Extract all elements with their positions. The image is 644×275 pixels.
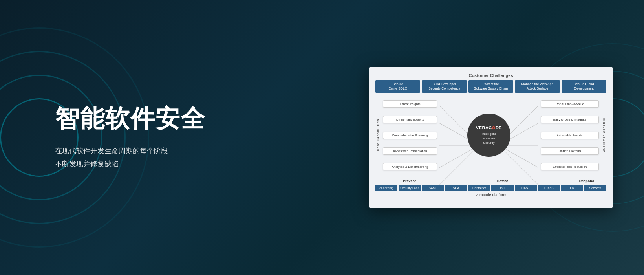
challenge-2: Protect theSoftware Supply Chain — [468, 80, 513, 93]
challenge-3: Manage the Web AppAttack Surface — [515, 80, 560, 93]
capability-ai-remediation: AI-assisted Remediation — [383, 147, 437, 155]
phase-prevent-header: Prevent — [381, 178, 438, 185]
benefit-easy-use: Easy to Use & Integrate — [541, 116, 599, 123]
platform-container: Container — [468, 185, 490, 191]
challenge-0: SecureEntire SDLC — [375, 80, 420, 93]
veracode-logo: VERACODE — [476, 125, 502, 130]
logo-accent: O — [492, 125, 496, 130]
platform-footer-label: Veracode Platform — [375, 193, 606, 197]
challenges-header: Customer Challenges — [375, 73, 606, 78]
benefit-actionable: Actionable Results — [541, 132, 599, 139]
capabilities-column: Threat Insights On-demand Experts Compre… — [381, 96, 439, 174]
center-area: VERACODE Intelligent Software Security — [439, 96, 538, 174]
benefit-rapid-time: Rapid Time-to-Value — [541, 100, 599, 108]
diagram-body: Core Capabilities Threat Insights On-dem… — [375, 96, 606, 174]
circle-center-text: Intelligent Software Security — [482, 132, 496, 145]
platform-security-labs: Security Labs — [399, 185, 421, 191]
hero-title: 智能软件安全 — [55, 105, 206, 132]
hero-content: 智能软件安全 在现代软件开发生命周期的每个阶段 不断发现并修复缺陷 — [55, 105, 206, 170]
benefit-unified: Unified Platform — [541, 147, 599, 155]
platform-services: Services — [584, 185, 606, 191]
platform-items-row: eLearning Security Labs SAST SCA Contain… — [375, 185, 606, 191]
customer-benefits-label: Customer Benefits — [601, 96, 606, 174]
challenge-1: Build DeveloperSecurity Competency — [422, 80, 467, 93]
platform-section: Prevent Detect Respond eLearning Securit… — [375, 178, 606, 197]
veracode-circle: VERACODE Intelligent Software Security — [467, 114, 510, 157]
platform-iac: IaC — [491, 185, 513, 191]
subtitle-line1: 在现代软件开发生命周期的每个阶段 — [55, 147, 168, 155]
diagram-container: Customer Challenges SecureEntire SDLC Bu… — [369, 67, 613, 208]
benefits-column: Rapid Time-to-Value Easy to Use & Integr… — [538, 96, 601, 174]
capability-comprehensive-scanning: Comprehensive Scanning — [383, 132, 437, 139]
platform-sast: SAST — [422, 185, 444, 191]
core-capabilities-label: Core Capabilities — [375, 96, 381, 174]
capability-threat-insights: Threat Insights — [383, 100, 437, 108]
challenges-row: SecureEntire SDLC Build DeveloperSecurit… — [375, 80, 606, 93]
capability-on-demand-experts: On-demand Experts — [383, 116, 437, 123]
platform-ptaas: PTaaS — [538, 185, 560, 191]
capability-analytics: Analytics & Benchmarking — [383, 163, 437, 170]
phase-respond-header: Respond — [567, 178, 606, 185]
phase-detect-header: Detect — [438, 178, 567, 185]
benefit-risk-reduction: Effective Risk Reduction — [541, 163, 599, 170]
phase-headers: Prevent Detect Respond — [375, 178, 606, 185]
platform-dast: DAST — [515, 185, 537, 191]
challenge-4: Secure CloudDevelopment — [562, 80, 606, 93]
platform-elearning: eLearning — [375, 185, 397, 191]
subtitle-line2: 不断发现并修复缺陷 — [55, 160, 119, 167]
platform-fix: Fix — [561, 185, 583, 191]
platform-sca: SCA — [445, 185, 467, 191]
